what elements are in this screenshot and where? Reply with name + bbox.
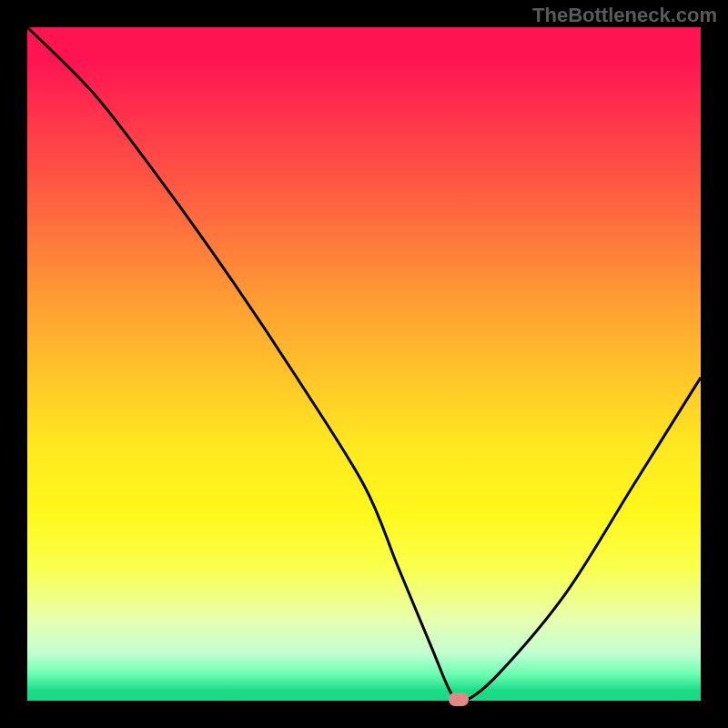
plot-area bbox=[27, 27, 701, 701]
watermark-text: TheBottleneck.com bbox=[532, 4, 717, 27]
bottleneck-curve bbox=[27, 27, 701, 701]
optimal-point-marker bbox=[449, 693, 469, 706]
